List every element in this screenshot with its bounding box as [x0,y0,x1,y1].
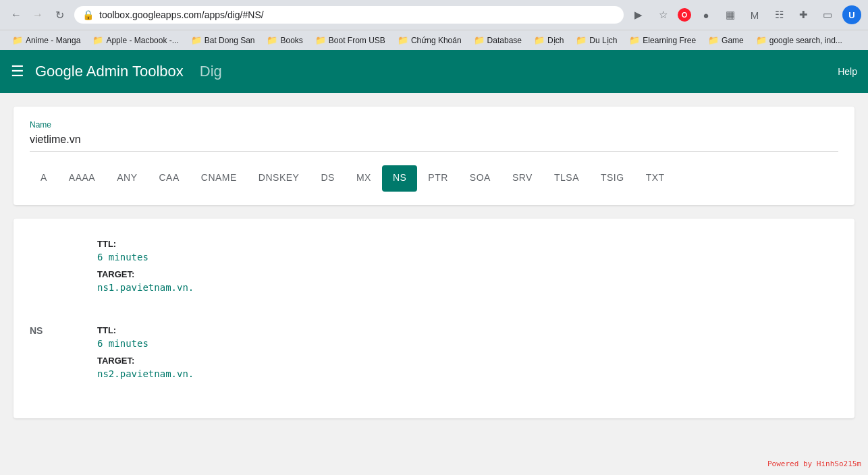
bookmark-label: Bat Dong San [205,36,255,45]
split-button[interactable]: ▭ [818,5,837,24]
folder-icon: 📁 [398,35,408,45]
bookmark-item[interactable]: 📁Chứng Khoán [392,33,467,47]
result-type-label: NS [30,318,70,385]
dns-tab-aaaa[interactable]: AAAA [58,165,106,192]
bookmark-item[interactable]: 📁Game [703,33,749,47]
results-card: TTL:6 minutesTARGET:ns1.pavietnam.vn.NST… [13,219,855,418]
input-card: Name vietlime.vn AAAAAANYCAACNAMEDNSKEYD… [13,107,855,205]
name-label: Name [30,120,838,130]
ttl-value-1-0: 6 minutes [97,338,838,349]
folder-icon: 📁 [474,35,485,45]
gmail-icon[interactable]: M [745,5,764,24]
folder-icon: 📁 [629,35,640,45]
header-left: ☰ Google Admin Toolbox Dig [11,63,222,80]
lock-icon: 🔒 [82,9,94,20]
result-details: TTL:6 minutesTARGET:ns1.pavietnam.vn. [97,232,838,298]
dns-tab-dnskey[interactable]: DNSKEY [248,165,310,192]
bookmark-item[interactable]: 📁Boot From USB [310,33,391,47]
target-label-1-0: TARGET: [97,356,838,366]
app-header: ☰ Google Admin Toolbox Dig Help [0,50,868,93]
dns-tab-ptr[interactable]: PTR [417,165,459,192]
extensions-icon[interactable]: ☷ [769,5,788,24]
dns-tab-mx[interactable]: MX [346,165,382,192]
dns-tab-tlsa[interactable]: TLSA [543,165,590,192]
bookmark-label: Chứng Khoán [411,36,462,45]
bookmark-label: Boot From USB [329,36,385,45]
bookmark-label: Du Lịch [589,36,617,45]
dns-tab-caa[interactable]: CAA [148,165,190,192]
toolbar-actions: ▶ ☆ O ● ▦ M ☷ ✚ ▭ U [629,5,861,24]
profile-button[interactable]: U [842,5,861,24]
bookmark-label: Database [487,36,522,45]
folder-icon: 📁 [315,35,326,45]
ttl-label-0-0: TTL: [97,239,838,249]
dns-tab-tsig[interactable]: TSIG [590,165,635,192]
opera-icon[interactable]: O [678,8,691,22]
back-button[interactable]: ← [7,5,26,24]
result-details: TTL:6 minutesTARGET:ns2.pavietnam.vn. [97,318,838,385]
menu-icon[interactable]: ☰ [11,63,24,80]
folder-icon: 📁 [92,35,103,45]
folder-icon: 📁 [191,35,202,45]
app-title: Google Admin Toolbox [35,63,184,80]
bookmark-label: Elearning Free [643,36,696,45]
nav-buttons: ← → ↻ [7,5,69,24]
bookmark-item[interactable]: 📁Bat Dong San [186,33,261,47]
dns-tab-ns[interactable]: NS [382,165,417,192]
dns-tabs: AAAAAANYCAACNAMEDNSKEYDSMXNSPTRSOASRVTLS… [30,165,838,192]
dns-tab-a[interactable]: A [30,165,58,192]
target-label-0-0: TARGET: [97,269,838,279]
folder-icon: 📁 [12,35,23,45]
bookmark-item[interactable]: 📁Books [261,33,308,47]
dns-tab-ds[interactable]: DS [310,165,345,192]
bookmark-item[interactable]: 📁Dịch [528,33,569,47]
toolbar-more-button[interactable]: ✚ [794,5,813,24]
target-value-0-0: ns1.pavietnam.vn. [97,282,838,293]
bookmark-item[interactable]: 📁Elearning Free [624,33,701,47]
result-row: TTL:6 minutesTARGET:ns1.pavietnam.vn. [30,232,838,298]
cast-button[interactable]: ▶ [629,5,648,24]
bookmark-label: Anime - Manga [26,36,80,45]
dns-tab-cname[interactable]: CNAME [190,165,248,192]
folder-icon: 📁 [534,35,545,45]
bookmark-item[interactable]: 📁Database [468,33,527,47]
target-value-1-0: ns2.pavietnam.vn. [97,368,838,379]
bookmark-label: Books [280,36,302,45]
dns-tab-soa[interactable]: SOA [459,165,501,192]
bookmark-item[interactable]: 📁Apple - Macbook -... [87,33,184,47]
bookmark-label: Dịch [547,36,564,45]
result-type-label [30,232,70,298]
bookmark-item[interactable]: 📁Du Lịch [570,33,622,47]
bookmark-label: Apple - Macbook -... [106,36,178,45]
bookmark-label: Game [722,36,744,45]
folder-icon: 📁 [267,35,277,45]
dns-tab-txt[interactable]: TXT [635,165,676,192]
pocket-button[interactable]: ● [697,5,715,24]
bookmarks-bar: 📁Anime - Manga📁Apple - Macbook -...📁Bat … [0,30,868,50]
bookmark-button[interactable]: ☆ [653,5,672,24]
ttl-value-0-0: 6 minutes [97,252,838,262]
bookmark-item[interactable]: 📁Anime - Manga [7,33,86,47]
address-bar-container[interactable]: 🔒 [74,6,624,24]
name-value: vietlime.vn [30,134,838,152]
address-input[interactable] [99,9,616,20]
folder-icon: 📁 [576,35,587,45]
folder-icon: 📁 [756,35,767,45]
dns-tab-srv[interactable]: SRV [501,165,543,192]
ttl-label-1-0: TTL: [97,325,838,335]
dns-tab-any[interactable]: ANY [106,165,148,192]
result-row: NSTTL:6 minutesTARGET:ns2.pavietnam.vn. [30,318,838,385]
forward-button[interactable]: → [28,5,47,24]
browser-toolbar: ← → ↻ 🔒 ▶ ☆ O ● ▦ M ☷ ✚ ▭ U [0,0,868,30]
bookmark-item[interactable]: 📁google search, ind... [751,33,848,47]
bookmark-label: google search, ind... [769,36,842,45]
reload-button[interactable]: ↻ [50,5,69,24]
help-link[interactable]: Help [838,66,857,77]
app-subtitle: Dig [200,63,222,80]
folder-icon: 📁 [708,35,719,45]
main-content: Name vietlime.vn AAAAAANYCAACNAMEDNSKEYD… [0,93,868,453]
extension-button[interactable]: ▦ [721,5,740,24]
browser-chrome: ← → ↻ 🔒 ▶ ☆ O ● ▦ M ☷ ✚ ▭ U 📁Anime - Man… [0,0,868,50]
